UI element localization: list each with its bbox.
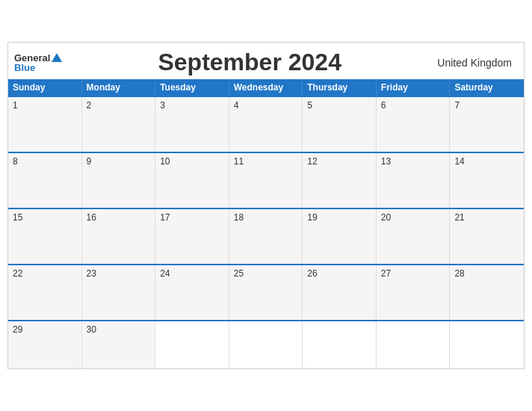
- day-cell-1: 1: [8, 97, 82, 152]
- day-number-29: 29: [13, 324, 22, 335]
- day-number-24: 24: [160, 268, 170, 279]
- day-cell-29: 29: [8, 321, 82, 368]
- day-number-5: 5: [307, 100, 312, 111]
- day-cell-3: 3: [155, 97, 229, 152]
- week-row-3: 15161718192021: [8, 208, 524, 264]
- day-number-20: 20: [381, 212, 391, 223]
- day-number-19: 19: [307, 212, 317, 223]
- day-number-15: 15: [13, 212, 22, 223]
- calendar-header: General Blue September 2024 United Kingd…: [8, 43, 524, 79]
- day-cell-2: 2: [82, 97, 156, 152]
- day-number-4: 4: [234, 100, 239, 111]
- day-number-6: 6: [381, 100, 386, 111]
- empty-cell: [303, 321, 377, 368]
- header-thursday: Thursday: [303, 79, 377, 96]
- day-number-28: 28: [454, 268, 464, 279]
- day-number-30: 30: [87, 324, 96, 335]
- week-row-4: 22232425262728: [8, 264, 524, 320]
- logo-blue-text: Blue: [14, 63, 62, 72]
- day-cell-30: 30: [82, 321, 156, 368]
- day-cell-14: 14: [450, 153, 524, 208]
- day-number-7: 7: [454, 100, 460, 111]
- day-number-23: 23: [87, 268, 96, 279]
- day-cell-8: 8: [8, 153, 82, 208]
- day-number-11: 11: [234, 156, 244, 167]
- day-cell-11: 11: [229, 153, 303, 208]
- empty-cell: [229, 321, 303, 368]
- header-saturday: Saturday: [450, 79, 524, 96]
- day-cell-13: 13: [377, 153, 451, 208]
- header-monday: Monday: [82, 79, 156, 96]
- week-row-1: 1234567: [8, 96, 524, 152]
- day-cell-17: 17: [155, 209, 229, 264]
- logo-triangle-icon: [52, 53, 62, 62]
- country-label: United Kingdom: [437, 57, 512, 69]
- day-number-13: 13: [381, 156, 391, 167]
- day-number-17: 17: [160, 212, 170, 223]
- day-number-2: 2: [87, 100, 92, 111]
- day-number-18: 18: [234, 212, 244, 223]
- day-number-22: 22: [13, 268, 22, 279]
- day-number-3: 3: [160, 100, 165, 111]
- day-cell-9: 9: [82, 153, 156, 208]
- day-cell-25: 25: [229, 265, 303, 320]
- day-cell-20: 20: [377, 209, 451, 264]
- day-cell-7: 7: [450, 97, 524, 152]
- calendar: General Blue September 2024 United Kingd…: [7, 42, 525, 369]
- day-number-10: 10: [160, 156, 170, 167]
- day-cell-5: 5: [303, 97, 377, 152]
- day-cell-15: 15: [8, 209, 82, 264]
- header-sunday: Sunday: [8, 79, 82, 96]
- day-number-21: 21: [454, 212, 464, 223]
- logo-general-text: General: [14, 53, 50, 63]
- day-number-8: 8: [13, 156, 18, 167]
- day-cell-18: 18: [229, 209, 303, 264]
- day-number-12: 12: [307, 156, 317, 167]
- day-number-14: 14: [454, 156, 464, 167]
- header-friday: Friday: [377, 79, 451, 96]
- day-headers: Sunday Monday Tuesday Wednesday Thursday…: [8, 79, 524, 96]
- day-cell-23: 23: [82, 265, 156, 320]
- day-cell-4: 4: [229, 97, 303, 152]
- day-number-9: 9: [87, 156, 92, 167]
- day-cell-19: 19: [303, 209, 377, 264]
- calendar-grid: 1234567891011121314151617181920212223242…: [8, 96, 524, 368]
- day-number-26: 26: [307, 268, 317, 279]
- week-row-2: 891011121314: [8, 152, 524, 208]
- empty-cell: [155, 321, 229, 368]
- month-title: September 2024: [158, 49, 341, 76]
- day-cell-24: 24: [155, 265, 229, 320]
- day-cell-27: 27: [377, 265, 451, 320]
- day-number-27: 27: [381, 268, 391, 279]
- day-cell-6: 6: [377, 97, 451, 152]
- empty-cell: [377, 321, 451, 368]
- day-number-1: 1: [13, 100, 18, 111]
- day-number-25: 25: [234, 268, 244, 279]
- header-wednesday: Wednesday: [229, 79, 303, 96]
- day-cell-12: 12: [303, 153, 377, 208]
- day-cell-16: 16: [82, 209, 156, 264]
- day-cell-21: 21: [450, 209, 524, 264]
- day-cell-22: 22: [8, 265, 82, 320]
- empty-cell: [450, 321, 524, 368]
- day-cell-26: 26: [303, 265, 377, 320]
- day-number-16: 16: [87, 212, 96, 223]
- logo: General Blue: [14, 53, 62, 72]
- header-tuesday: Tuesday: [155, 79, 229, 96]
- day-cell-28: 28: [450, 265, 524, 320]
- week-row-5: 2930: [8, 320, 524, 368]
- day-cell-10: 10: [155, 153, 229, 208]
